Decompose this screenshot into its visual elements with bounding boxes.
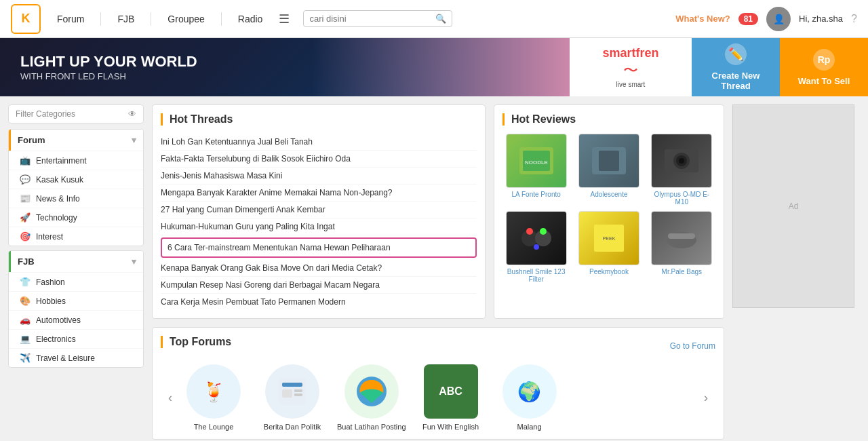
logo[interactable]: K <box>11 4 41 34</box>
malang-icon: 🌍 <box>502 364 557 419</box>
technology-icon: 🚀 <box>20 212 31 223</box>
sidebar-item-travel[interactable]: ✈️ Travel & Leisure <box>9 348 143 367</box>
banner-actions: ✏️ Create NewThread Rp Want To Sell <box>692 38 868 96</box>
whats-new-link[interactable]: What's New? <box>675 14 730 24</box>
svg-point-13 <box>534 244 539 250</box>
sidebar-forum-header[interactable]: Forum ▾ <box>9 130 143 151</box>
main-layout: Filter Categories 👁 Forum ▾ 📺 Entertainm… <box>0 96 868 440</box>
hamburger-menu[interactable]: ☰ <box>279 12 290 26</box>
nav-divider-1 <box>100 12 101 26</box>
forums-carousel: ‹ 🍹 The Lounge Berita Dan Politik <box>161 364 715 431</box>
review-img-1 <box>578 134 639 188</box>
forum-card-lounge[interactable]: 🍹 The Lounge <box>180 364 248 431</box>
go-to-forum-link[interactable]: Go to Forum <box>670 341 715 351</box>
create-thread-icon: ✏️ <box>725 43 747 65</box>
fun-icon: ABC <box>424 364 478 419</box>
sidebar-item-fashion[interactable]: 👕 Fashion <box>9 272 143 291</box>
forum-card-fun[interactable]: ABC Fun With English <box>417 364 485 431</box>
review-item-0[interactable]: NOODLE LA Fonte Pronto <box>502 134 570 206</box>
sidebar-item-interest[interactable]: 🎯 Interest <box>9 227 143 246</box>
thread-item-7[interactable]: Kenapa Banyak Orang Gak Bisa Move On dar… <box>161 260 477 277</box>
nav-radio[interactable]: Radio <box>235 14 266 24</box>
thread-item-0[interactable]: Ini Loh Gan Ketentuannya Jual Beli Tanah <box>161 134 477 151</box>
want-to-sell-button[interactable]: Rp Want To Sell <box>780 38 868 96</box>
filter-categories-bar[interactable]: Filter Categories 👁 <box>8 104 144 123</box>
sidebar: Filter Categories 👁 Forum ▾ 📺 Entertainm… <box>8 104 144 440</box>
banner-smartfren: smartfren 〜 live smart <box>570 38 692 96</box>
buat-icon <box>344 364 399 419</box>
news-icon: 📰 <box>20 193 31 204</box>
review-item-4[interactable]: PEEK Peekmybook <box>575 211 642 283</box>
help-icon[interactable]: ? <box>851 13 857 25</box>
svg-rect-4 <box>599 151 619 171</box>
banner-subheadline: WITH FRONT LED FLASH <box>20 71 197 81</box>
forum-card-buat[interactable]: Buat Latihan Posting <box>337 364 406 431</box>
sidebar-item-news-info[interactable]: 📰 News & Info <box>9 189 143 208</box>
review-item-2[interactable]: Olympus O-MD E-M10 <box>648 134 715 206</box>
buat-label: Buat Latihan Posting <box>337 423 406 431</box>
ad-placeholder: Ad <box>732 104 854 308</box>
thread-item-6-highlighted[interactable]: 6 Cara Ter-mainstream Menentukan Nama He… <box>161 237 477 258</box>
nav-fjb[interactable]: FJB <box>115 14 137 24</box>
entertainment-icon: 📺 <box>20 155 31 166</box>
want-sell-label: Want To Sell <box>798 76 850 86</box>
sidebar-item-hobbies[interactable]: 🎨 Hobbies <box>9 291 143 310</box>
berita-icon <box>265 364 319 419</box>
sidebar-entertainment-label: Entertainment <box>36 156 87 166</box>
nav-groupee[interactable]: Groupee <box>165 14 207 24</box>
thread-item-9[interactable]: Cara Kerja Mesin Pembuat Tato Permanen M… <box>161 294 477 310</box>
navbar: K Forum FJB Groupee Radio ☰ 🔍 What's New… <box>0 0 868 38</box>
top-forums-header: Top Forums Go to Forum <box>161 336 715 356</box>
banner-area: LIGHT UP YOUR WORLD WITH FRONT LED FLASH… <box>0 38 868 96</box>
svg-point-11 <box>526 228 533 235</box>
avatar[interactable]: 👤 <box>766 7 791 31</box>
thread-item-5[interactable]: Hukuman-Hukuman Guru yang Paling Kita In… <box>161 218 477 235</box>
review-item-1[interactable]: Adolescente <box>575 134 642 206</box>
sidebar-item-kasak-kusuk[interactable]: 💬 Kasak Kusuk <box>9 170 143 189</box>
filter-eye-icon: 👁 <box>128 109 136 119</box>
banner-people-image <box>312 38 570 96</box>
sidebar-hobbies-label: Hobbies <box>36 296 66 306</box>
user-greeting: Hi, zha.sha <box>799 14 843 24</box>
sidebar-electronics-label: Electronics <box>36 334 76 344</box>
sidebar-technology-label: Technology <box>36 213 77 223</box>
right-column: Ad <box>724 104 860 440</box>
review-img-5 <box>651 211 712 265</box>
hot-threads-title: Hot Threads <box>161 113 477 126</box>
carousel-prev-button[interactable]: ‹ <box>161 391 180 405</box>
thread-item-4[interactable]: 27 Hal yang Cuman Dimengerti Anak Kembar <box>161 202 477 218</box>
notification-badge[interactable]: 81 <box>738 13 758 25</box>
sidebar-item-entertainment[interactable]: 📺 Entertainment <box>9 151 143 170</box>
sidebar-fjb-header[interactable]: FJB ▾ <box>9 251 143 272</box>
sidebar-item-automotives[interactable]: 🚗 Automotives <box>9 310 143 329</box>
svg-point-8 <box>679 158 684 164</box>
review-item-3[interactable]: Bushnell Smile 123 Filter <box>502 211 570 283</box>
create-thread-button[interactable]: ✏️ Create NewThread <box>692 38 780 96</box>
content-area: Hot Threads Ini Loh Gan Ketentuannya Jua… <box>152 104 724 440</box>
thread-item-3[interactable]: Mengapa Banyak Karakter Anime Memakai Na… <box>161 185 477 202</box>
sidebar-fashion-label: Fashion <box>36 277 65 287</box>
top-forums-section: Top Forums Go to Forum ‹ 🍹 The Lounge Be… <box>152 327 724 440</box>
lounge-icon: 🍹 <box>186 364 241 419</box>
fashion-icon: 👕 <box>20 277 31 287</box>
thread-item-1[interactable]: Fakta-Fakta Terselubung di Balik Sosok E… <box>161 151 477 168</box>
nav-forum[interactable]: Forum <box>54 14 87 24</box>
nav-divider-3 <box>221 12 222 26</box>
sidebar-item-technology[interactable]: 🚀 Technology <box>9 208 143 227</box>
search-icon[interactable]: 🔍 <box>435 14 446 24</box>
sidebar-news-label: News & Info <box>36 194 80 204</box>
forum-card-berita[interactable]: Berita Dan Politik <box>258 364 326 431</box>
sidebar-item-electronics[interactable]: 💻 Electronics <box>9 329 143 348</box>
review-name-1: Adolescente <box>590 191 627 198</box>
review-name-4: Peekmybook <box>589 268 629 275</box>
hot-reviews-section: Hot Reviews NOODLE LA Fonte Pronto Adole… <box>494 104 724 319</box>
sidebar-forum-label: Forum <box>18 135 45 145</box>
forum-card-malang[interactable]: 🌍 Malang <box>496 364 564 431</box>
thread-item-2[interactable]: Jenis-Jenis Mahasiswa Masa Kini <box>161 168 477 185</box>
smartfren-logo: smartfren <box>602 46 658 60</box>
thread-item-8[interactable]: Kumpulan Resep Nasi Goreng dari Berbagai… <box>161 277 477 294</box>
review-item-5[interactable]: Mr.Pale Bags <box>648 211 715 283</box>
carousel-next-button[interactable]: › <box>696 391 715 405</box>
review-name-0: LA Fonte Pronto <box>512 191 561 198</box>
search-input[interactable] <box>309 14 431 24</box>
